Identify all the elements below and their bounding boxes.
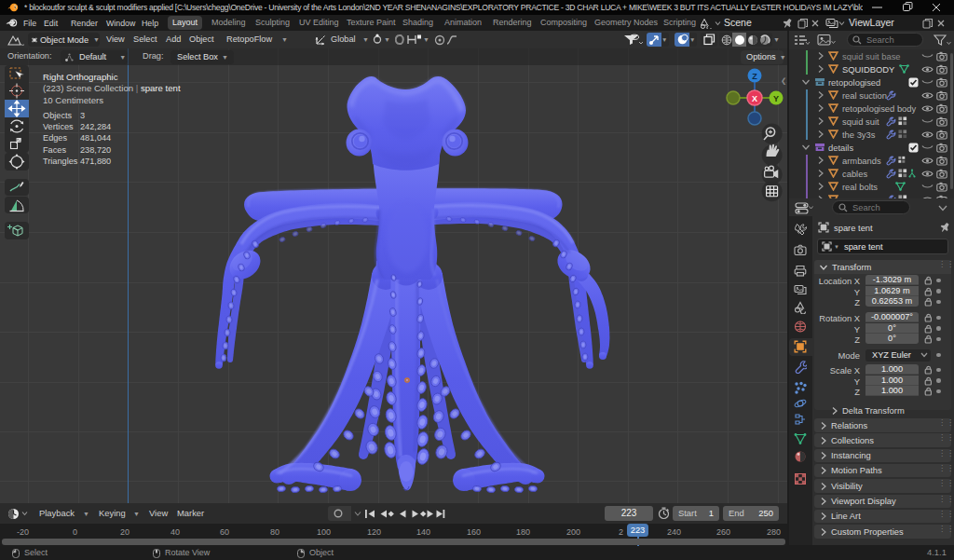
svg-text:Z: Z bbox=[752, 72, 757, 81]
svg-text:X: X bbox=[752, 94, 757, 103]
svg-text:Y: Y bbox=[773, 94, 779, 103]
